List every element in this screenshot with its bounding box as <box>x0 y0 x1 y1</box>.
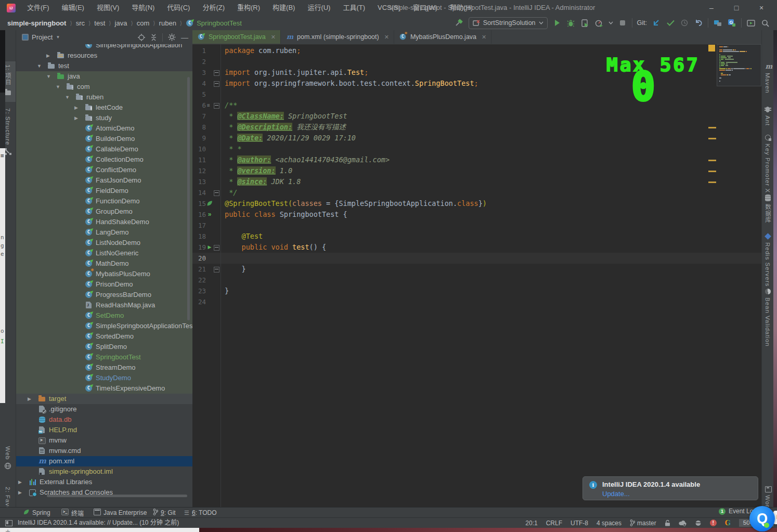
toolwindow-key-promoter-x[interactable]: Key Promoter X <box>762 134 773 193</box>
settings-gear-icon[interactable] <box>168 33 176 41</box>
toolwindow-终端[interactable]: >_终端 <box>61 508 84 518</box>
spring-leaf-icon[interactable] <box>206 198 213 210</box>
tree-item-gitignore[interactable]: .gitignore <box>16 404 192 414</box>
tree-item-mathdemo[interactable]: CMathDemo <box>16 258 192 269</box>
code-editor[interactable]: 1package com.ruben;23import org.junit.ju… <box>192 44 761 507</box>
toolwindow-9-git[interactable]: 9: Git <box>153 508 176 518</box>
profiler-icon[interactable] <box>594 18 604 28</box>
tree-item-mvnw[interactable]: >mvnw <box>16 435 192 446</box>
tree-collapsed-arrow-icon[interactable]: ▶ <box>74 102 78 113</box>
hide-panel-icon[interactable]: — <box>181 33 188 42</box>
preview-icon[interactable] <box>746 18 756 28</box>
profiler-chevron-icon[interactable] <box>608 21 613 24</box>
rollback-icon[interactable] <box>694 18 703 28</box>
fold-marker-icon[interactable] <box>214 245 219 251</box>
cloud-settings-icon[interactable] <box>679 520 687 526</box>
tree-collapsed-arrow-icon[interactable]: ▶ <box>18 477 22 487</box>
debug-icon[interactable] <box>566 18 576 28</box>
tree-item-groupdemo[interactable]: CGroupDemo <box>16 206 192 217</box>
run-class-icon[interactable]: » <box>206 209 213 220</box>
locate-icon[interactable] <box>138 34 145 41</box>
update-link[interactable]: Update... <box>602 490 700 498</box>
close-button[interactable]: × <box>749 0 774 16</box>
tree-expanded-arrow-icon[interactable]: ▼ <box>46 71 51 82</box>
toolwindow-数据库[interactable]: 数据库 <box>762 194 773 224</box>
vertical-scrollbar[interactable] <box>187 77 190 320</box>
breadcrumb-src[interactable]: src <box>76 19 85 27</box>
tree-item-help-md[interactable]: MDHELP.md <box>16 425 192 435</box>
coverage-icon[interactable] <box>580 18 590 28</box>
tree-item-ruben[interactable]: ▼ruben <box>16 92 192 102</box>
tree-item-listnodedemo[interactable]: CListNodeDemo <box>16 238 192 248</box>
fold-marker-icon[interactable] <box>214 190 219 196</box>
tree-collapsed-arrow-icon[interactable]: ▶ <box>28 394 31 404</box>
menu-item-分析-z[interactable]: 分析(Z) <box>196 0 231 16</box>
fold-marker-icon[interactable] <box>214 81 219 87</box>
toolwindow-redis-servers[interactable]: Redis Servers <box>762 233 773 287</box>
run-icon[interactable] <box>552 18 562 28</box>
tree-item-handshakedemo[interactable]: CHandShakeDemo <box>16 217 192 227</box>
close-icon[interactable]: ✕ <box>482 34 486 41</box>
run-config-select[interactable]: SortStringSolution <box>469 17 548 29</box>
tab-springboottest-java[interactable]: CSpringbootTest.java✕ <box>192 30 281 44</box>
tree-item-streamdemo[interactable]: CStreamDemo <box>16 362 192 373</box>
tree-item-listnogeneric[interactable]: CListNoGeneric <box>16 248 192 258</box>
tree-item-pom-xml[interactable]: mpom.xml <box>16 456 192 466</box>
warning-stripe-mark[interactable] <box>708 171 716 172</box>
tree-expanded-arrow-icon[interactable]: ▼ <box>65 92 70 102</box>
chevron-down-icon[interactable]: ▼ <box>56 35 60 40</box>
tree-item-conflictdemo[interactable]: CConflictDemo <box>16 165 192 175</box>
breadcrumb-java[interactable]: java <box>115 19 127 27</box>
toolwindow-spring[interactable]: Spring <box>23 508 50 518</box>
tree-item-fielddemo[interactable]: CFieldDemo <box>16 186 192 196</box>
menu-item-重构-r[interactable]: 重构(R) <box>231 0 266 16</box>
file-encoding[interactable]: UTF-8 <box>571 520 588 527</box>
tree-item-data-db[interactable]: data.db <box>16 414 192 425</box>
menu-item-运行-u[interactable]: 运行(U) <box>301 0 336 16</box>
breadcrumb-test[interactable]: test <box>94 19 105 27</box>
warning-stripe-mark[interactable] <box>708 160 716 161</box>
collapse-all-icon[interactable] <box>150 34 157 41</box>
tree-item-progressbardemo[interactable]: CProgressBarDemo <box>16 290 192 300</box>
horizontal-scrollbar[interactable] <box>47 495 187 497</box>
warning-stripe-mark[interactable] <box>708 138 716 139</box>
toolwindow-6-todo[interactable]: ☰6: TODO <box>184 508 216 518</box>
tree-item-mybatisplusdemo[interactable]: C*MybatisPlusDemo <box>16 269 192 279</box>
run-method-icon[interactable]: ▶ <box>206 242 213 253</box>
toolwindow-ant[interactable]: Ant <box>762 106 773 126</box>
maximize-button[interactable]: □ <box>724 0 749 16</box>
tree-item-callabledemo[interactable]: CCallableDemo <box>16 144 192 154</box>
caret-position[interactable]: 20:1 <box>525 520 537 527</box>
menu-item-工具-t[interactable]: 工具(T) <box>336 0 371 16</box>
git-branch-widget[interactable]: master <box>630 520 656 527</box>
breadcrumb-leaf[interactable]: SpringbootTest <box>197 19 242 27</box>
menu-item-代码-c[interactable]: 代码(C) <box>161 0 196 16</box>
tree-item-target[interactable]: ▶target <box>16 394 192 404</box>
toolwindow-java-enterprise[interactable]: Java Enterprise <box>94 508 147 518</box>
unlocked-icon[interactable] <box>665 520 670 526</box>
project-compare-icon[interactable] <box>713 18 722 28</box>
tree-collapsed-arrow-icon[interactable]: ▶ <box>18 487 22 498</box>
tool-window-toggle-icon[interactable] <box>5 520 12 526</box>
tab-mybatisplusdemo-java[interactable]: C*MybatisPlusDemo.java✕ <box>394 30 491 44</box>
breadcrumb-simple-springboot[interactable]: simple-springboot <box>7 19 66 27</box>
tree-collapsed-arrow-icon[interactable]: ▶ <box>74 113 78 123</box>
tree-item-langdemo[interactable]: CLangDemo <box>16 227 192 238</box>
tree-item-sorteddemo[interactable]: CSortedDemo <box>16 331 192 342</box>
tree-item-external-libraries[interactable]: ▶External Libraries <box>16 477 192 487</box>
project-panel-title[interactable]: Project <box>32 33 53 41</box>
breadcrumb-com[interactable]: com <box>137 19 150 27</box>
tree-item-setdemo[interactable]: CSetDemo <box>16 310 192 321</box>
warning-stripe-mark[interactable] <box>708 181 716 183</box>
menu-item-文件-f[interactable]: 文件(F) <box>21 0 56 16</box>
tree-item-fastjsondemo[interactable]: CFastJsonDemo <box>16 175 192 186</box>
toolwindow-bean-validation[interactable]: Bean Validation <box>762 288 773 347</box>
assistant-overlay-icon[interactable]: Q <box>749 506 775 531</box>
tree-item-resources[interactable]: ▶resources <box>16 50 192 61</box>
inspection-indicator[interactable] <box>708 45 715 51</box>
tree-item-studydemo[interactable]: CStudyDemo <box>16 373 192 383</box>
menu-item-编辑-e[interactable]: 编辑(E) <box>56 0 90 16</box>
translate-icon[interactable]: G <box>727 18 736 28</box>
error-indicator-icon[interactable]: ! <box>710 520 717 526</box>
toolwindow-web[interactable]: Web <box>0 446 16 472</box>
